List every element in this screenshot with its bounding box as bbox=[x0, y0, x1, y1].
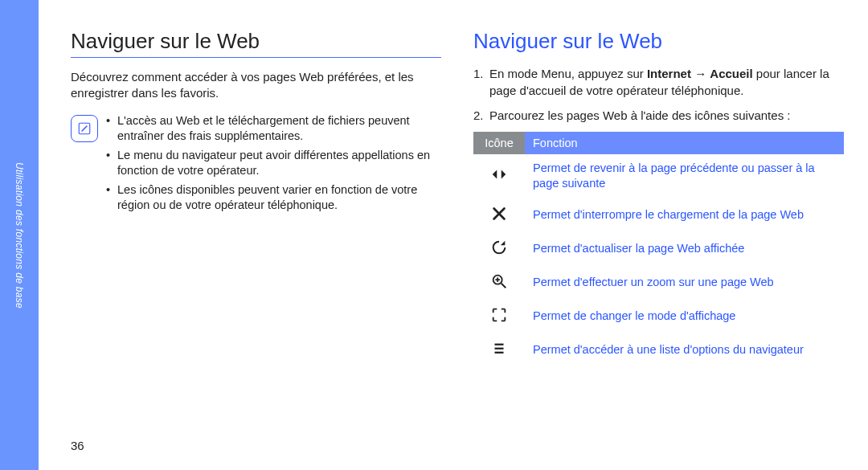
step-text: En mode Menu, appuyez sur Internet → Acc… bbox=[489, 67, 829, 97]
pencil-note-icon bbox=[77, 121, 92, 136]
step-bold2: Accueil bbox=[710, 67, 752, 80]
stop-icon bbox=[473, 198, 525, 231]
options-icon bbox=[473, 333, 525, 366]
note-icon bbox=[71, 115, 98, 142]
function-text: Permet d'accéder à une liste d'options d… bbox=[525, 333, 844, 366]
svg-rect-8 bbox=[495, 347, 504, 349]
step-bold1: Internet bbox=[647, 67, 691, 80]
page-number: 36 bbox=[71, 439, 84, 452]
spine-label: Utilisation des fonctions de base bbox=[14, 161, 25, 308]
function-text: Permet d'effectuer un zoom sur une page … bbox=[525, 265, 844, 299]
section-heading: Naviguer sur le Web bbox=[473, 29, 844, 54]
table-header-icon: Icône bbox=[473, 132, 525, 154]
left-column: Naviguer sur le Web Découvrez comment ac… bbox=[71, 29, 441, 454]
view-mode-icon bbox=[473, 299, 525, 333]
table-header-function: Fonction bbox=[525, 132, 844, 154]
step-text: Parcourez les pages Web à l'aide des icô… bbox=[489, 108, 790, 122]
manual-page: Utilisation des fonctions de base Navigu… bbox=[0, 0, 868, 470]
icon-function-table: Icône Fonction Permet de revenir à la pa… bbox=[473, 132, 844, 367]
step-number: 1. bbox=[473, 65, 484, 82]
intro-text: Découvrez comment accéder à vos pages We… bbox=[71, 69, 441, 102]
page-title: Naviguer sur le Web bbox=[71, 29, 441, 58]
svg-line-4 bbox=[502, 283, 506, 288]
steps-list: 1. En mode Menu, appuyez sur Internet → … bbox=[473, 65, 844, 124]
content-area: Naviguer sur le Web Découvrez comment ac… bbox=[39, 0, 868, 470]
arrow-icon: → bbox=[691, 67, 710, 80]
back-forward-icon bbox=[473, 154, 525, 198]
side-tab: Utilisation des fonctions de base bbox=[0, 0, 39, 470]
step-item: 2. Parcourez les pages Web à l'aide des … bbox=[473, 107, 844, 124]
function-text: Permet de changer le mode d'affichage bbox=[525, 299, 844, 333]
function-text: Permet d'actualiser la page Web affichée bbox=[525, 231, 844, 265]
svg-rect-7 bbox=[495, 343, 504, 345]
zoom-icon bbox=[473, 265, 525, 299]
table-row: Permet d'interrompre le chargement de la… bbox=[473, 198, 844, 231]
table-row: Permet d'accéder à une liste d'options d… bbox=[473, 333, 844, 366]
table-row: Permet de revenir à la page précédente o… bbox=[473, 154, 844, 198]
note-item: Le menu du navigateur peut avoir différe… bbox=[106, 148, 441, 179]
step-prefix: En mode Menu, appuyez sur bbox=[489, 67, 647, 80]
note-item: L'accès au Web et le téléchargement de f… bbox=[106, 113, 441, 145]
table-row: Permet d'actualiser la page Web affichée bbox=[473, 231, 844, 265]
note-item: Les icônes disponibles peuvent varier en… bbox=[106, 182, 441, 214]
note-list: L'accès au Web et le téléchargement de f… bbox=[106, 113, 441, 217]
function-text: Permet de revenir à la page précédente o… bbox=[525, 154, 844, 198]
refresh-icon bbox=[473, 231, 525, 265]
table-row: Permet d'effectuer un zoom sur une page … bbox=[473, 265, 844, 299]
note-box: L'accès au Web et le téléchargement de f… bbox=[71, 113, 441, 217]
step-number: 2. bbox=[473, 107, 484, 124]
right-column: Naviguer sur le Web 1. En mode Menu, app… bbox=[473, 29, 844, 454]
function-text: Permet d'interrompre le chargement de la… bbox=[525, 198, 844, 231]
svg-rect-9 bbox=[495, 351, 504, 353]
step-item: 1. En mode Menu, appuyez sur Internet → … bbox=[473, 65, 844, 99]
table-row: Permet de changer le mode d'affichage bbox=[473, 299, 844, 333]
